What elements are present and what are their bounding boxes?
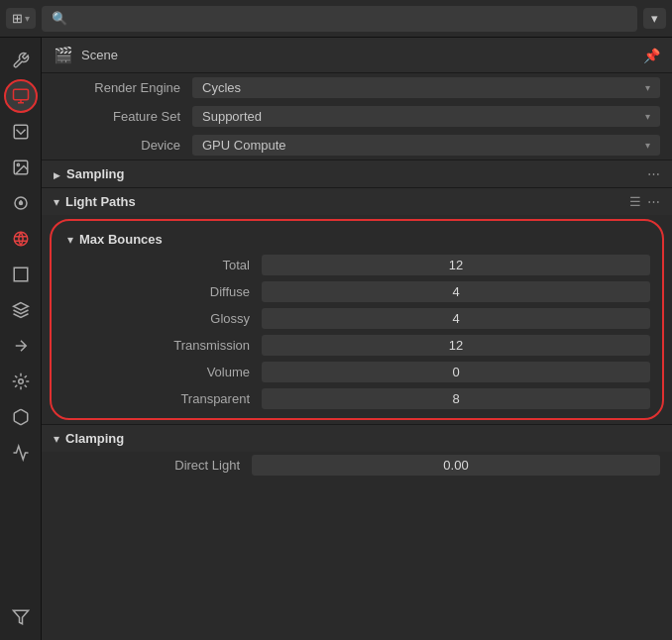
diffuse-row: Diffuse 4 xyxy=(52,278,662,305)
svg-marker-12 xyxy=(13,610,28,624)
feature-set-chevron: ▾ xyxy=(645,111,650,122)
image-icon[interactable] xyxy=(4,151,38,184)
glossy-input[interactable]: 4 xyxy=(262,308,650,329)
content-header: 🎬 Scene 📌 xyxy=(42,38,672,73)
render-engine-chevron: ▾ xyxy=(645,82,650,93)
scene-props-icon[interactable] xyxy=(4,186,38,220)
render-engine-label: Render Engine xyxy=(54,80,192,95)
constraints-icon[interactable] xyxy=(4,400,38,434)
device-dropdown[interactable]: GPU Compute ▾ xyxy=(192,135,660,156)
transmission-label: Transmission xyxy=(63,338,262,353)
volume-label: Volume xyxy=(63,365,262,379)
svg-point-11 xyxy=(18,379,23,384)
object-icon[interactable] xyxy=(4,258,38,291)
search-icon: 🔍 xyxy=(52,11,67,26)
search-input[interactable] xyxy=(73,11,627,26)
max-bounces-title: Max Bounces xyxy=(79,232,163,247)
properties-content: 🎬 Scene 📌 Render Engine Cycles ▾ Feature… xyxy=(42,38,672,640)
device-chevron: ▾ xyxy=(645,140,650,151)
dots-icon: ⋯ xyxy=(647,194,660,209)
active-icon[interactable] xyxy=(4,79,38,113)
search-bar[interactable]: 🔍 xyxy=(42,6,637,32)
transparent-input[interactable]: 8 xyxy=(262,388,650,409)
editor-type-selector[interactable]: ⊞ ▾ xyxy=(6,8,36,29)
glossy-row: Glossy 4 xyxy=(52,305,662,332)
render-engine-row: Render Engine Cycles ▾ xyxy=(42,73,672,102)
sampling-menu-icon: ⋯ xyxy=(647,166,660,181)
device-label: Device xyxy=(54,138,192,153)
diffuse-label: Diffuse xyxy=(63,284,262,299)
direct-light-input[interactable]: 0.00 xyxy=(252,455,660,476)
sampling-title: Sampling xyxy=(66,166,125,181)
direct-light-label: Direct Light xyxy=(54,458,252,473)
diffuse-input[interactable]: 4 xyxy=(262,281,650,302)
feature-set-dropdown[interactable]: Supported ▾ xyxy=(192,106,660,127)
sampling-section-icons: ⋯ xyxy=(647,166,660,181)
light-paths-section-icons: ☰ ⋯ xyxy=(629,194,660,209)
editor-icon: ⊞ xyxy=(12,11,23,26)
transparent-row: Transparent 8 xyxy=(52,385,662,412)
device-row: Device GPU Compute ▾ xyxy=(42,131,672,160)
scene-header-icon: 🎬 xyxy=(54,46,73,64)
max-bounces-header[interactable]: Max Bounces xyxy=(52,227,662,252)
feature-set-value: Supported xyxy=(202,109,262,124)
pin-icon[interactable]: 📌 xyxy=(643,48,660,63)
expand-button[interactable]: ▾ xyxy=(643,8,666,29)
render-engine-value: Cycles xyxy=(202,80,241,95)
direct-light-row: Direct Light 0.00 xyxy=(42,452,672,479)
feature-set-label: Feature Set xyxy=(54,109,192,124)
top-bar: ⊞ ▾ 🔍 ▾ xyxy=(0,0,672,38)
max-bounces-highlight: Max Bounces Total 12 Diffuse 4 Glossy 4 … xyxy=(50,219,664,420)
sampling-chevron xyxy=(54,166,60,181)
editor-chevron: ▾ xyxy=(25,13,30,24)
total-label: Total xyxy=(63,258,262,272)
filter-icon[interactable] xyxy=(4,600,38,634)
modifier-icon[interactable] xyxy=(4,293,38,327)
expand-icon: ▾ xyxy=(651,11,658,26)
list-icon: ☰ xyxy=(629,194,641,209)
sampling-section-header[interactable]: Sampling ⋯ xyxy=(42,160,672,187)
total-input[interactable]: 12 xyxy=(262,255,650,275)
svg-rect-0 xyxy=(13,89,28,100)
feature-set-row: Feature Set Supported ▾ xyxy=(42,102,672,131)
light-paths-section-header[interactable]: Light Paths ☰ ⋯ xyxy=(42,187,672,215)
sidebar-icons xyxy=(0,38,42,640)
svg-point-7 xyxy=(14,232,28,246)
physics-icon[interactable] xyxy=(4,329,38,363)
svg-point-3 xyxy=(17,163,19,165)
volume-input[interactable]: 0 xyxy=(262,362,650,382)
transmission-input[interactable]: 12 xyxy=(262,335,650,356)
glossy-label: Glossy xyxy=(63,311,262,326)
clamping-section-header[interactable]: Clamping xyxy=(42,424,672,452)
device-value: GPU Compute xyxy=(202,138,286,153)
clamping-title: Clamping xyxy=(65,431,124,446)
tools-icon[interactable] xyxy=(4,44,38,77)
output-icon[interactable] xyxy=(4,115,38,149)
scene-title: Scene xyxy=(81,48,118,62)
svg-rect-1 xyxy=(14,125,28,139)
transparent-label: Transparent xyxy=(63,391,262,406)
particles-icon[interactable] xyxy=(4,365,38,398)
max-bounces-chevron xyxy=(67,232,73,247)
svg-rect-10 xyxy=(14,267,28,281)
world-icon[interactable] xyxy=(4,222,38,256)
svg-point-6 xyxy=(19,202,22,205)
light-paths-chevron xyxy=(54,194,59,209)
total-row: Total 12 xyxy=(52,252,662,278)
main-layout: 🎬 Scene 📌 Render Engine Cycles ▾ Feature… xyxy=(0,38,672,640)
volume-row: Volume 0 xyxy=(52,359,662,385)
clamping-chevron xyxy=(54,431,59,446)
render-engine-dropdown[interactable]: Cycles ▾ xyxy=(192,77,660,98)
light-paths-title: Light Paths xyxy=(65,194,136,209)
transmission-row: Transmission 12 xyxy=(52,332,662,359)
data-icon[interactable] xyxy=(4,436,38,470)
